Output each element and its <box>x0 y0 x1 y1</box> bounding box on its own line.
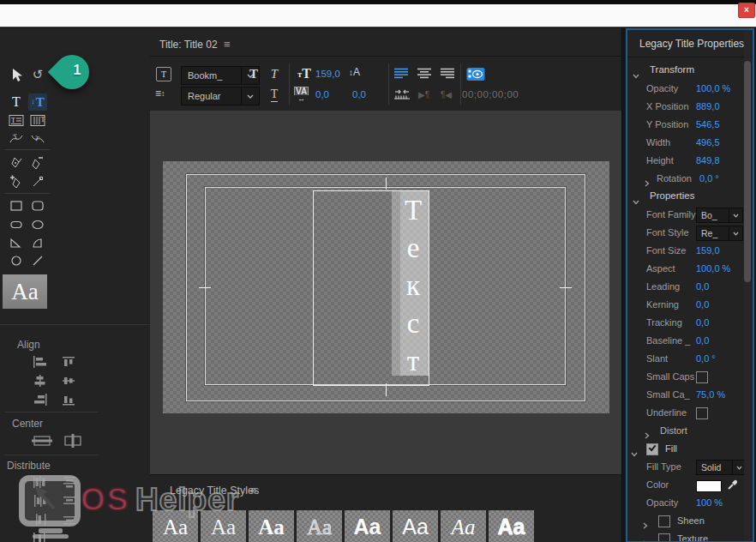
distribute-right-button[interactable] <box>31 513 50 527</box>
chevron-down-icon[interactable] <box>729 208 742 222</box>
font-style-property-dropdown[interactable]: Re_ <box>696 226 743 241</box>
show-background-video-icon[interactable] <box>466 67 485 81</box>
x-position-value[interactable]: 889,0 <box>696 101 720 111</box>
style-swatch[interactable]: Aa <box>345 510 390 542</box>
opacity-value[interactable]: 100,0% <box>696 83 730 93</box>
eyedropper-icon[interactable] <box>727 479 739 494</box>
leading-property-value[interactable]: 0,0 <box>696 281 709 292</box>
fill-color-swatch[interactable] <box>696 480 722 492</box>
tracking-value[interactable]: 0,0 <box>696 317 709 328</box>
bold-button[interactable]: T <box>246 67 261 81</box>
section-fill[interactable]: Fill <box>629 440 744 458</box>
rotation-value[interactable]: 0,0° <box>699 173 719 184</box>
area-type-tool-icon[interactable]: T <box>7 111 26 129</box>
circle-tool-icon[interactable] <box>7 252 26 269</box>
align-center-text-button[interactable] <box>417 68 432 79</box>
style-swatch[interactable]: Aa <box>441 510 486 542</box>
section-transform[interactable]: Transform <box>629 62 744 80</box>
paragraph-back-icon[interactable]: ¶◀ <box>441 90 452 99</box>
type-tool-icon[interactable]: T <box>7 93 26 111</box>
distribute-horizontal-center-button[interactable] <box>31 494 50 508</box>
fill-checkbox[interactable] <box>646 443 658 455</box>
align-right-text-button[interactable] <box>440 68 455 79</box>
rounded-rectangle-tool-icon[interactable] <box>28 197 47 214</box>
close-button[interactable]: × <box>738 3 755 18</box>
selection-tool-icon[interactable] <box>7 66 26 83</box>
align-left-button[interactable] <box>31 355 50 369</box>
path-type-tool-icon[interactable]: T <box>7 129 26 147</box>
rotation-tool-icon[interactable]: ↺ <box>28 66 47 83</box>
font-style-dropdown[interactable]: Regular <box>181 87 260 105</box>
stadium-rectangle-tool-icon[interactable] <box>7 216 26 233</box>
property-row-rotation[interactable]: Rotation 0,0° <box>629 170 744 188</box>
distribute-vertical-center-button[interactable] <box>60 494 79 508</box>
line-tool-icon[interactable] <box>28 252 47 269</box>
style-swatch[interactable]: Aa <box>489 510 534 542</box>
pen-tool-icon[interactable] <box>7 154 26 172</box>
kerning-property-value[interactable]: 0,0 <box>696 299 709 310</box>
convert-anchor-tool-icon[interactable] <box>28 173 47 190</box>
align-top-button[interactable] <box>60 355 79 369</box>
center-vertical-button[interactable] <box>62 433 84 449</box>
font-size-value[interactable]: 159,0 <box>315 69 340 79</box>
wedge-tool-icon[interactable] <box>7 234 26 251</box>
title-drawing-area[interactable]: Т е к с т <box>150 111 621 474</box>
panel-tab-title[interactable]: Title: Title 02 <box>159 39 218 51</box>
subsection-distort[interactable]: Distort <box>629 422 744 440</box>
styles-panel-menu-icon[interactable]: ≡ <box>250 484 257 497</box>
small-caps-size-value[interactable]: 75,0% <box>696 389 725 400</box>
distribute-horizontal-even-button[interactable] <box>31 532 50 542</box>
vertical-area-type-tool-icon[interactable]: T <box>28 111 47 129</box>
sheen-checkbox[interactable] <box>658 515 670 527</box>
style-swatch[interactable]: Aa <box>249 510 294 542</box>
underline-button[interactable]: T <box>267 87 282 102</box>
rectangle-tool-icon[interactable] <box>7 197 26 214</box>
fill-opacity-value[interactable]: 100% <box>696 497 723 508</box>
italic-button[interactable]: T <box>267 67 282 81</box>
vertical-text[interactable]: Т е к с т <box>398 191 429 380</box>
distribute-left-button[interactable] <box>31 475 50 489</box>
properties-panel-title[interactable]: Legacy Title Properties <box>639 38 744 50</box>
align-left-text-button[interactable] <box>393 68 409 79</box>
aspect-value[interactable]: 100,0% <box>696 263 730 274</box>
delete-anchor-pen-tool-icon[interactable] <box>28 154 47 172</box>
style-preview-swatch[interactable]: Aa <box>3 274 47 309</box>
height-value[interactable]: 849,8 <box>696 155 720 166</box>
vertical-type-tool-icon[interactable]: ↓T <box>28 93 47 111</box>
font-family-property-dropdown[interactable]: Bo_ <box>696 208 743 223</box>
panel-menu-icon[interactable]: ≡ <box>224 38 231 51</box>
properties-scrollbar-thumb[interactable] <box>744 61 751 282</box>
y-position-value[interactable]: 546,5 <box>696 119 720 129</box>
slant-value[interactable]: 0,0° <box>696 353 716 364</box>
underline-checkbox[interactable] <box>696 407 708 419</box>
baseline-shift-value[interactable]: 0,0 <box>696 335 709 346</box>
arc-tool-icon[interactable] <box>28 234 47 251</box>
small-caps-checkbox[interactable] <box>696 371 708 383</box>
subsection-texture[interactable]: Texture <box>629 530 744 542</box>
align-horizontal-center-button[interactable] <box>31 374 50 388</box>
leading-value[interactable]: 0,0 <box>352 89 366 99</box>
section-properties[interactable]: Properties <box>629 188 744 206</box>
paragraph-forward-icon[interactable]: ▶¶ <box>418 90 429 99</box>
ellipse-tool-icon[interactable] <box>28 216 47 233</box>
style-swatch[interactable]: Aa <box>297 510 342 542</box>
style-swatch[interactable]: Aa <box>201 510 246 542</box>
width-value[interactable]: 496,5 <box>696 137 720 148</box>
chevron-down-icon[interactable] <box>729 226 742 240</box>
center-horizontal-button[interactable] <box>31 433 53 449</box>
distribute-top-button[interactable] <box>60 475 79 489</box>
align-vertical-center-button[interactable] <box>60 374 79 388</box>
font-size-property-value[interactable]: 159,0 <box>696 245 720 256</box>
roll-crawl-options-icon[interactable]: ≡↕ <box>155 87 165 99</box>
fill-type-dropdown[interactable]: Solid <box>696 460 747 475</box>
chevron-right-icon[interactable] <box>643 535 648 542</box>
kerning-value[interactable]: 0,0 <box>315 89 329 99</box>
distribute-bottom-button[interactable] <box>60 513 79 527</box>
align-bottom-button[interactable] <box>60 393 79 406</box>
subsection-sheen[interactable]: Sheen <box>629 512 744 530</box>
texture-checkbox[interactable] <box>658 533 670 542</box>
chevron-down-icon[interactable] <box>241 87 259 105</box>
add-anchor-pen-tool-icon[interactable] <box>7 173 26 190</box>
align-right-button[interactable] <box>31 393 50 406</box>
title-properties-icon[interactable]: T <box>156 67 171 81</box>
